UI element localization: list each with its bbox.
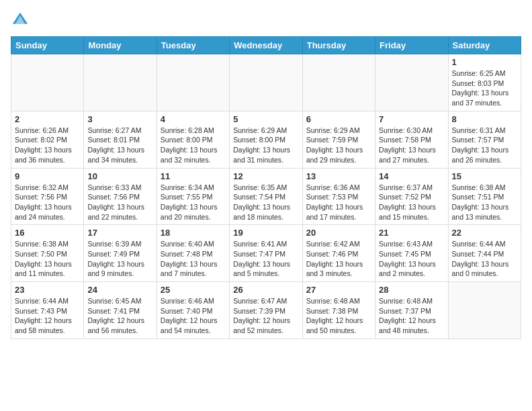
weekday-header: Friday	[375, 37, 448, 54]
day-info: Sunrise: 6:32 AM Sunset: 7:56 PM Dayligh…	[15, 183, 80, 222]
calendar-cell	[230, 54, 302, 111]
calendar-cell: 7Sunrise: 6:30 AM Sunset: 7:58 PM Daylig…	[375, 111, 448, 168]
day-info: Sunrise: 6:45 AM Sunset: 7:41 PM Dayligh…	[87, 296, 152, 336]
day-number: 27	[306, 285, 371, 295]
day-info: Sunrise: 6:37 AM Sunset: 7:52 PM Dayligh…	[379, 183, 444, 222]
calendar-cell	[11, 54, 84, 111]
logo-icon	[11, 11, 30, 30]
calendar-cell: 20Sunrise: 6:42 AM Sunset: 7:46 PM Dayli…	[302, 225, 375, 282]
day-info: Sunrise: 6:44 AM Sunset: 7:44 PM Dayligh…	[452, 239, 517, 279]
day-number: 28	[379, 285, 444, 295]
day-number: 12	[233, 171, 298, 181]
calendar-cell: 19Sunrise: 6:41 AM Sunset: 7:47 PM Dayli…	[230, 225, 302, 282]
weekday-header: Thursday	[302, 37, 375, 54]
weekday-header: Wednesday	[230, 37, 302, 54]
day-number: 9	[15, 171, 80, 181]
calendar-cell	[157, 54, 229, 111]
day-info: Sunrise: 6:46 AM Sunset: 7:40 PM Dayligh…	[161, 296, 226, 336]
calendar-cell: 28Sunrise: 6:48 AM Sunset: 7:37 PM Dayli…	[375, 282, 448, 339]
weekday-header: Sunday	[11, 37, 84, 54]
calendar-cell: 25Sunrise: 6:46 AM Sunset: 7:40 PM Dayli…	[157, 282, 229, 339]
calendar-cell	[302, 54, 375, 111]
calendar-cell: 3Sunrise: 6:27 AM Sunset: 8:01 PM Daylig…	[84, 111, 157, 168]
calendar-cell: 2Sunrise: 6:26 AM Sunset: 8:02 PM Daylig…	[11, 111, 84, 168]
weekday-header-row: SundayMondayTuesdayWednesdayThursdayFrid…	[11, 37, 521, 54]
calendar-cell: 16Sunrise: 6:38 AM Sunset: 7:50 PM Dayli…	[11, 225, 84, 282]
weekday-header: Saturday	[448, 37, 521, 54]
day-number: 15	[452, 171, 517, 181]
calendar-cell: 8Sunrise: 6:31 AM Sunset: 7:57 PM Daylig…	[448, 111, 521, 168]
day-info: Sunrise: 6:25 AM Sunset: 8:03 PM Dayligh…	[452, 68, 517, 108]
calendar-week-row: 23Sunrise: 6:44 AM Sunset: 7:43 PM Dayli…	[11, 282, 521, 339]
day-number: 2	[15, 114, 80, 124]
calendar-week-row: 16Sunrise: 6:38 AM Sunset: 7:50 PM Dayli…	[11, 225, 521, 282]
day-number: 7	[379, 114, 444, 124]
day-number: 13	[306, 171, 371, 181]
calendar-cell: 4Sunrise: 6:28 AM Sunset: 8:00 PM Daylig…	[157, 111, 229, 168]
calendar-cell	[84, 54, 157, 111]
day-number: 22	[452, 228, 517, 238]
day-info: Sunrise: 6:29 AM Sunset: 8:00 PM Dayligh…	[233, 126, 298, 165]
day-info: Sunrise: 6:42 AM Sunset: 7:46 PM Dayligh…	[306, 239, 371, 279]
day-number: 1	[452, 57, 517, 67]
day-info: Sunrise: 6:43 AM Sunset: 7:45 PM Dayligh…	[379, 239, 444, 279]
day-number: 24	[87, 285, 152, 295]
day-number: 14	[379, 171, 444, 181]
calendar-table: SundayMondayTuesdayWednesdayThursdayFrid…	[11, 36, 521, 339]
day-info: Sunrise: 6:31 AM Sunset: 7:57 PM Dayligh…	[452, 126, 517, 165]
day-info: Sunrise: 6:26 AM Sunset: 8:02 PM Dayligh…	[15, 126, 80, 165]
day-info: Sunrise: 6:33 AM Sunset: 7:56 PM Dayligh…	[87, 183, 152, 222]
day-info: Sunrise: 6:39 AM Sunset: 7:49 PM Dayligh…	[87, 239, 152, 279]
calendar-cell: 18Sunrise: 6:40 AM Sunset: 7:48 PM Dayli…	[157, 225, 229, 282]
day-info: Sunrise: 6:48 AM Sunset: 7:37 PM Dayligh…	[379, 296, 444, 336]
calendar-cell: 1Sunrise: 6:25 AM Sunset: 8:03 PM Daylig…	[448, 54, 521, 111]
calendar-cell: 13Sunrise: 6:36 AM Sunset: 7:53 PM Dayli…	[302, 168, 375, 225]
day-info: Sunrise: 6:35 AM Sunset: 7:54 PM Dayligh…	[233, 183, 298, 222]
day-number: 10	[87, 171, 152, 181]
day-number: 19	[233, 228, 298, 238]
day-number: 20	[306, 228, 371, 238]
day-number: 26	[233, 285, 298, 295]
calendar-cell: 9Sunrise: 6:32 AM Sunset: 7:56 PM Daylig…	[11, 168, 84, 225]
day-info: Sunrise: 6:38 AM Sunset: 7:51 PM Dayligh…	[452, 183, 517, 222]
day-info: Sunrise: 6:38 AM Sunset: 7:50 PM Dayligh…	[15, 239, 80, 279]
day-number: 17	[87, 228, 152, 238]
calendar-cell: 5Sunrise: 6:29 AM Sunset: 8:00 PM Daylig…	[230, 111, 302, 168]
calendar-cell: 22Sunrise: 6:44 AM Sunset: 7:44 PM Dayli…	[448, 225, 521, 282]
day-info: Sunrise: 6:28 AM Sunset: 8:00 PM Dayligh…	[161, 126, 226, 165]
day-info: Sunrise: 6:48 AM Sunset: 7:38 PM Dayligh…	[306, 296, 371, 336]
day-number: 4	[161, 114, 226, 124]
calendar-cell: 26Sunrise: 6:47 AM Sunset: 7:39 PM Dayli…	[230, 282, 302, 339]
weekday-header: Monday	[84, 37, 157, 54]
day-number: 6	[306, 114, 371, 124]
logo	[11, 11, 32, 30]
day-number: 3	[87, 114, 152, 124]
calendar-week-row: 2Sunrise: 6:26 AM Sunset: 8:02 PM Daylig…	[11, 111, 521, 168]
calendar-cell: 17Sunrise: 6:39 AM Sunset: 7:49 PM Dayli…	[84, 225, 157, 282]
calendar-cell: 10Sunrise: 6:33 AM Sunset: 7:56 PM Dayli…	[84, 168, 157, 225]
page-header	[11, 11, 521, 30]
calendar-cell: 23Sunrise: 6:44 AM Sunset: 7:43 PM Dayli…	[11, 282, 84, 339]
calendar-cell: 11Sunrise: 6:34 AM Sunset: 7:55 PM Dayli…	[157, 168, 229, 225]
day-info: Sunrise: 6:27 AM Sunset: 8:01 PM Dayligh…	[87, 126, 152, 165]
calendar-cell: 14Sunrise: 6:37 AM Sunset: 7:52 PM Dayli…	[375, 168, 448, 225]
day-number: 18	[161, 228, 226, 238]
day-number: 21	[379, 228, 444, 238]
day-number: 16	[15, 228, 80, 238]
calendar-cell: 15Sunrise: 6:38 AM Sunset: 7:51 PM Dayli…	[448, 168, 521, 225]
day-info: Sunrise: 6:40 AM Sunset: 7:48 PM Dayligh…	[161, 239, 226, 279]
calendar-cell	[448, 282, 521, 339]
day-number: 8	[452, 114, 517, 124]
day-info: Sunrise: 6:36 AM Sunset: 7:53 PM Dayligh…	[306, 183, 371, 222]
day-number: 5	[233, 114, 298, 124]
day-info: Sunrise: 6:29 AM Sunset: 7:59 PM Dayligh…	[306, 126, 371, 165]
day-info: Sunrise: 6:41 AM Sunset: 7:47 PM Dayligh…	[233, 239, 298, 279]
calendar-cell: 24Sunrise: 6:45 AM Sunset: 7:41 PM Dayli…	[84, 282, 157, 339]
calendar-week-row: 1Sunrise: 6:25 AM Sunset: 8:03 PM Daylig…	[11, 54, 521, 111]
day-info: Sunrise: 6:30 AM Sunset: 7:58 PM Dayligh…	[379, 126, 444, 165]
calendar-week-row: 9Sunrise: 6:32 AM Sunset: 7:56 PM Daylig…	[11, 168, 521, 225]
day-number: 23	[15, 285, 80, 295]
weekday-header: Tuesday	[157, 37, 229, 54]
day-number: 11	[161, 171, 226, 181]
calendar-cell: 21Sunrise: 6:43 AM Sunset: 7:45 PM Dayli…	[375, 225, 448, 282]
